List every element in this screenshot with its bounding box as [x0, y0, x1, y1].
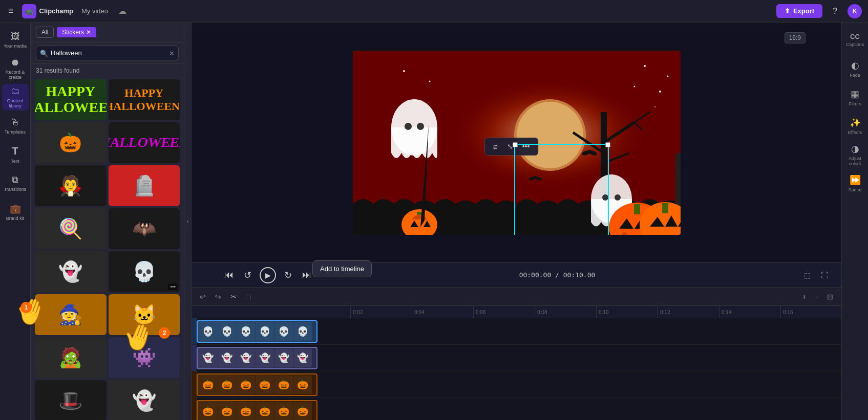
- rs-label-speed: Speed: [848, 187, 861, 192]
- sticker-item-13[interactable]: 🧟: [35, 337, 107, 378]
- track-content-pumpkin-1[interactable]: 🎃 🎃 🎃 🎃 🎃 🎃: [197, 371, 841, 397]
- sidebar-label-text: Text: [11, 159, 19, 164]
- clip-frame: 🎃: [199, 402, 217, 420]
- rs-item-fade[interactable]: ◐ Fade: [844, 55, 866, 82]
- sticker-item-3[interactable]: 🎃: [35, 122, 107, 163]
- clip-frames-skeleton: 💀 💀 💀 💀 💀 💀: [198, 321, 313, 342]
- clip-frame: 👻: [218, 349, 236, 367]
- clip-frame: 🎃: [293, 402, 312, 420]
- ruler-mark-012: 0:12: [658, 306, 719, 318]
- rs-item-captions[interactable]: CC Captions: [844, 27, 866, 53]
- sticker-item-7[interactable]: 🍭: [35, 208, 107, 249]
- clip-skeleton[interactable]: 💀 💀 💀 💀 💀 💀: [197, 320, 317, 343]
- track-label-pumpkin-2: [192, 398, 197, 420]
- crop-button[interactable]: ⧄: [489, 140, 502, 153]
- rs-item-adjust-colors[interactable]: ◑ Adjust colors: [844, 141, 866, 168]
- sticker-item-2[interactable]: HAPPYHALLOWEEN!: [109, 79, 180, 120]
- sticker-item-5[interactable]: 🧛: [35, 165, 107, 206]
- export-button[interactable]: ⬆ Export: [776, 4, 822, 18]
- your-media-icon: 🖼: [11, 31, 20, 42]
- caption-toggle-button[interactable]: ⬚: [801, 270, 814, 281]
- undo-button[interactable]: ↩: [197, 291, 209, 302]
- fullscreen-button[interactable]: ⛶: [818, 270, 831, 281]
- sidebar-item-record[interactable]: ⏺ Record & create: [2, 55, 29, 82]
- play-button[interactable]: ▶: [260, 267, 276, 283]
- sticker-item-8[interactable]: 🦇: [109, 208, 180, 249]
- sidebar-label-brand-kit: Brand kit: [6, 216, 25, 221]
- search-input[interactable]: [36, 46, 179, 60]
- clip-ghost[interactable]: 👻 👻 👻 👻 👻 👻: [197, 347, 317, 369]
- preview-video[interactable]: ⧄ ⤡ •••: [353, 51, 681, 235]
- clip-frame: 🎃: [218, 402, 236, 420]
- clip-frame: 💀: [274, 322, 293, 341]
- fit-button[interactable]: ⊡: [824, 291, 836, 302]
- svg-point-19: [587, 150, 591, 154]
- rs-item-speed[interactable]: ⏩ Speed: [844, 170, 866, 196]
- group-button[interactable]: □: [243, 291, 253, 302]
- stickers-filter-label: Stickers: [62, 29, 84, 36]
- svg-point-8: [654, 106, 655, 107]
- resize-button[interactable]: ⤡: [503, 140, 517, 152]
- clip-frame: 🎃: [274, 375, 293, 394]
- ruler-mark-008: 0:08: [535, 306, 596, 318]
- sidebar-item-transitions[interactable]: ⧉ Transitions: [2, 170, 29, 196]
- timeline-toolbar: ↩ ↪ ✂ □ + - ⊡: [192, 288, 841, 306]
- track-row-skeleton: 💀 💀 💀 💀 💀 💀: [192, 318, 841, 345]
- rs-item-filters[interactable]: ▦ Filters: [844, 84, 866, 110]
- topbar: ≡ 📹 Clipchamp My video ☁ ⬆ Export ? K: [0, 0, 868, 23]
- sticker-item-6[interactable]: 🪦: [109, 165, 180, 206]
- replay-button[interactable]: ↺: [242, 268, 253, 283]
- sticker-item-9[interactable]: 👻: [35, 251, 107, 292]
- cut-button[interactable]: ✂: [227, 291, 240, 302]
- search-clear-button[interactable]: ✕: [169, 49, 175, 57]
- rs-item-effects[interactable]: ✨ Effects: [844, 113, 866, 139]
- sticker-item-15[interactable]: 🎩: [35, 380, 107, 420]
- avatar[interactable]: K: [848, 4, 862, 18]
- filter-tag-close-icon[interactable]: ✕: [86, 29, 91, 36]
- adjust-colors-icon: ◑: [851, 143, 859, 154]
- aspect-ratio-label: 16:9: [785, 32, 806, 43]
- sticker-item-1[interactable]: HAPPYHALLOWEEN: [35, 79, 107, 120]
- sidebar-label-content-library: Content library: [2, 98, 29, 108]
- sidebar-item-templates[interactable]: 🖱 Templates: [2, 113, 29, 139]
- clip-frame: 💀: [218, 322, 236, 341]
- ruler-mark-004: 0:04: [412, 306, 473, 318]
- clip-pumpkin-2[interactable]: 🎃 🎃 🎃 🎃 🎃 🎃: [197, 400, 317, 420]
- sticker-item-10[interactable]: 💀 •••: [109, 251, 180, 292]
- track-content-skeleton[interactable]: 💀 💀 💀 💀 💀 💀: [197, 318, 841, 344]
- sticker-item-11[interactable]: 🧙: [35, 294, 107, 335]
- track-content-pumpkin-2[interactable]: 🎃 🎃 🎃 🎃 🎃 🎃: [197, 398, 841, 420]
- video-title[interactable]: My video: [81, 7, 108, 15]
- sidebar-item-your-media[interactable]: 🖼 Your media: [2, 27, 29, 53]
- zoom-in-button[interactable]: +: [799, 291, 809, 302]
- clip-frame: 👻: [199, 349, 217, 367]
- sticker-item-14[interactable]: 👾: [109, 337, 180, 378]
- panel-collapse-handle[interactable]: ‹: [184, 23, 192, 420]
- sidebar-item-content-library[interactable]: 🗂 Content library: [2, 84, 29, 110]
- ruler-marks: 0:02 0:04 0:06 0:08 0:10 0:12 0:14 0:16 …: [350, 306, 841, 318]
- content-panel: All Stickers ✕ 🔍 ✕ 31 results found HAPP…: [31, 23, 184, 420]
- zoom-out-button[interactable]: -: [812, 291, 821, 302]
- filters-icon: ▦: [851, 89, 859, 100]
- skip-forward-button[interactable]: ⏭: [300, 268, 313, 282]
- sidebar-item-brand-kit[interactable]: 💼 Brand kit: [2, 198, 29, 225]
- skip-back-button[interactable]: ⏮: [222, 268, 236, 282]
- track-content-ghost[interactable]: 👻 👻 👻 👻 👻 👻: [197, 345, 841, 371]
- help-button[interactable]: ?: [829, 5, 841, 18]
- filter-all-button[interactable]: All: [36, 27, 54, 38]
- export-label: Export: [793, 7, 814, 15]
- clip-frame: 🎃: [256, 402, 274, 420]
- hamburger-button[interactable]: ≡: [6, 4, 16, 18]
- redo-button[interactable]: ↪: [212, 291, 224, 302]
- aspect-ratio-badge[interactable]: 16:9: [785, 33, 806, 42]
- stickers-filter-tag[interactable]: Stickers ✕: [57, 27, 96, 37]
- clip-pumpkin-1[interactable]: 🎃 🎃 🎃 🎃 🎃 🎃: [197, 373, 317, 396]
- clip-frame: 🎃: [199, 375, 217, 394]
- sticker-item-16[interactable]: 👻: [109, 380, 180, 420]
- sidebar-label-transitions: Transitions: [4, 187, 27, 192]
- sidebar-item-text[interactable]: T Text: [2, 141, 29, 168]
- forward-button[interactable]: ↻: [282, 268, 294, 283]
- sticker-item-4[interactable]: HALLOWEEN: [109, 122, 180, 163]
- more-options-button[interactable]: •••: [518, 140, 534, 152]
- sticker-item-12[interactable]: 🐱: [109, 294, 180, 335]
